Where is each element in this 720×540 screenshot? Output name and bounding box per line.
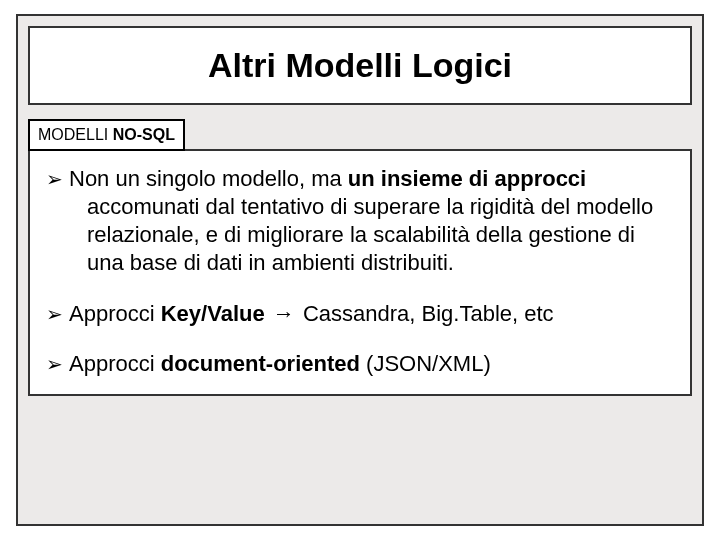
title-box: Altri Modelli Logici [28,26,692,105]
section-label-bold: NO-SQL [113,126,175,143]
bullet-2-tail: Cassandra, Big.Table, etc [303,301,554,326]
section-label-prefix: MODELLI [38,126,113,143]
bullet-1-text: Non un singolo modello, ma un insieme di… [69,165,674,278]
bullet-icon: ➢ [46,169,63,189]
slide-frame: Altri Modelli Logici MODELLI NO-SQL ➢ No… [16,14,704,526]
arrow-icon: → [265,301,303,326]
section-label-box: MODELLI NO-SQL [28,119,185,151]
bullet-2-text: Approcci Key/Value → Cassandra, Big.Tabl… [69,300,674,328]
bullet-icon: ➢ [46,304,63,324]
bullet-1-lead: Non un singolo modello, ma [69,166,348,191]
slide: Altri Modelli Logici MODELLI NO-SQL ➢ No… [0,0,720,540]
bullet-1-rest: accomunati dal tentativo di superare la … [87,194,653,275]
bullet-3-lead: Approcci [69,351,161,376]
content-box: ➢ Non un singolo modello, ma un insieme … [28,149,692,396]
bullet-icon: ➢ [46,354,63,374]
bullet-3-bold: document-oriented [161,351,360,376]
bullet-3-text: Approcci document-oriented (JSON/XML) [69,350,674,378]
slide-title: Altri Modelli Logici [40,46,680,85]
bullet-3: ➢ Approcci document-oriented (JSON/XML) [46,350,674,378]
bullet-1-bold: un insieme di approcci [348,166,586,191]
bullet-2: ➢ Approcci Key/Value → Cassandra, Big.Ta… [46,300,674,328]
bullet-3-tail: (JSON/XML) [360,351,491,376]
bullet-1: ➢ Non un singolo modello, ma un insieme … [46,165,674,278]
bullet-2-bold: Key/Value [161,301,265,326]
bullet-2-lead: Approcci [69,301,161,326]
